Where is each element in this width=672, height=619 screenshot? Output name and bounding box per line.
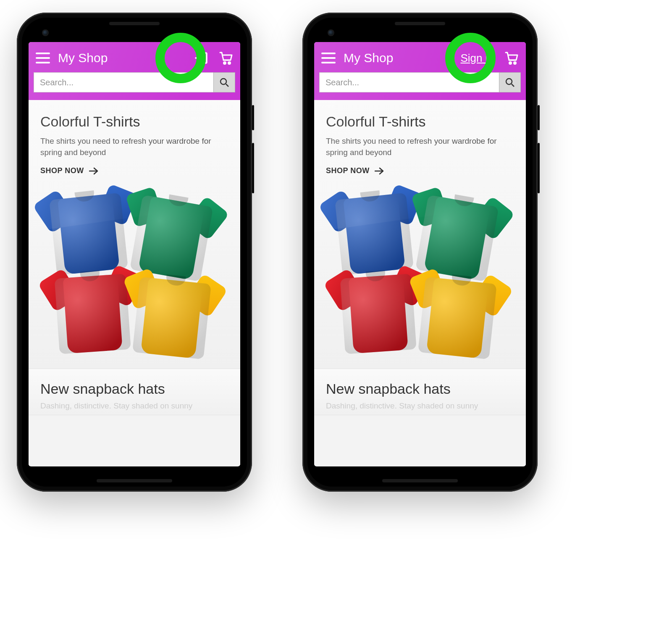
svg-rect-8 (321, 53, 336, 54)
cart-icon (504, 51, 519, 65)
shop-now-label: SHOP NOW (326, 166, 370, 175)
promo-card-hats: New snapback hats Dashing, distinctive. … (29, 369, 240, 415)
content: Colorful T-shirts The shirts you need to… (29, 100, 240, 466)
svg-point-13 (506, 79, 512, 84)
app-bar: My Shop Sign in (314, 42, 526, 100)
svg-rect-10 (321, 62, 336, 63)
card-title: Colorful T-shirts (40, 113, 228, 130)
menu-button[interactable] (319, 49, 338, 67)
arrow-right-icon (375, 167, 384, 175)
svg-line-6 (226, 84, 228, 87)
screen: My Shop (29, 42, 240, 466)
search-input[interactable] (319, 72, 499, 92)
svg-rect-1 (36, 57, 50, 59)
login-icon (194, 50, 209, 66)
card-title: New snapback hats (326, 381, 514, 397)
content: Colorful T-shirts The shirts you need to… (314, 100, 526, 466)
search-bar (34, 72, 235, 92)
card-title: New snapback hats (40, 381, 228, 397)
shop-now-button[interactable]: SHOP NOW (40, 166, 98, 175)
phone-mockup-right: My Shop Sign in (302, 13, 538, 492)
search-icon (220, 78, 229, 87)
svg-point-12 (514, 62, 516, 64)
svg-point-3 (224, 62, 226, 64)
card-subtitle-preview: Dashing, distinctive. Stay shaded on sun… (40, 401, 228, 411)
menu-button[interactable] (34, 49, 52, 67)
search-button[interactable] (499, 72, 521, 92)
card-subtitle: The shirts you need to refresh your ward… (326, 136, 514, 158)
app-title: My Shop (344, 51, 452, 65)
hamburger-icon (36, 53, 50, 63)
tshirts-illustration (44, 184, 225, 364)
svg-rect-9 (321, 57, 336, 59)
hamburger-icon (321, 53, 336, 63)
search-button[interactable] (213, 72, 235, 92)
shop-now-button[interactable]: SHOP NOW (326, 166, 384, 175)
search-input[interactable] (34, 72, 213, 92)
cart-button[interactable] (217, 49, 235, 67)
app-bar: My Shop (29, 42, 240, 100)
arrow-right-icon (89, 167, 98, 175)
phone-mockup-left: My Shop (17, 13, 252, 492)
promo-card-hats: New snapback hats Dashing, distinctive. … (314, 369, 526, 415)
search-icon (505, 78, 514, 87)
svg-point-11 (509, 62, 512, 64)
tshirts-illustration (330, 184, 510, 364)
svg-point-5 (220, 79, 226, 84)
card-subtitle: The shirts you need to refresh your ward… (40, 136, 228, 158)
cart-button[interactable] (502, 49, 521, 67)
signin-button[interactable] (192, 49, 211, 67)
card-subtitle-preview: Dashing, distinctive. Stay shaded on sun… (326, 401, 514, 411)
search-bar (319, 72, 521, 92)
signin-link[interactable]: Sign in (458, 52, 497, 65)
promo-card-tshirts: Colorful T-shirts The shirts you need to… (314, 100, 526, 369)
promo-card-tshirts: Colorful T-shirts The shirts you need to… (29, 100, 240, 369)
svg-point-4 (228, 62, 231, 64)
card-title: Colorful T-shirts (326, 113, 514, 130)
svg-rect-0 (36, 53, 50, 54)
app-title: My Shop (58, 51, 186, 65)
shop-now-label: SHOP NOW (40, 166, 84, 175)
screen: My Shop Sign in (314, 42, 526, 466)
svg-line-14 (512, 84, 514, 87)
cart-icon (219, 51, 233, 65)
svg-rect-2 (36, 62, 50, 63)
